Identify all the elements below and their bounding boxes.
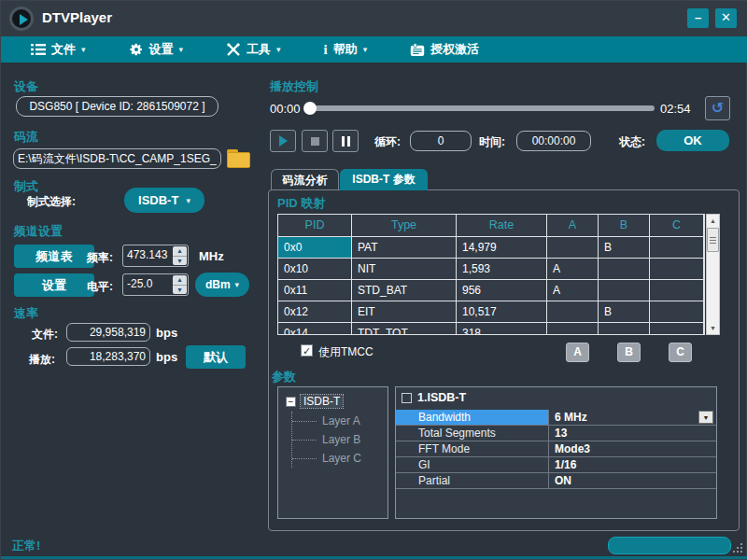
menu-settings[interactable]: 设置 ▾	[129, 41, 184, 58]
chevron-down-icon: ▾	[186, 196, 190, 205]
table-row[interactable]: 0x0 PAT 14,979 B	[278, 237, 704, 259]
spin-down-icon[interactable]: ▼	[173, 286, 187, 295]
wrench-icon	[226, 42, 241, 57]
spin-down-icon[interactable]: ▼	[173, 257, 187, 266]
standard-dropdown[interactable]: ISDB-T ▾	[124, 188, 204, 213]
scroll-up-icon[interactable]: ▲	[707, 217, 719, 224]
file-rate-field[interactable]: 29,958,319	[66, 323, 150, 342]
pid-table: PID Type Rate A B C 0x0 PAT 14,979 B 0x1…	[277, 214, 705, 335]
menu-license[interactable]: 授权激活	[410, 41, 479, 58]
chevron-down-icon: ▾	[276, 45, 281, 54]
chevron-down-icon: ▾	[235, 280, 240, 289]
close-button[interactable]: ✕	[715, 8, 737, 28]
table-row[interactable]: 0x14 TDT_TOT 318	[278, 323, 704, 335]
play-rate-unit: bps	[156, 350, 177, 364]
play-rate-field[interactable]: 18,283,370	[66, 347, 150, 366]
license-doc-icon	[410, 43, 425, 57]
params-tree: − ISDB-T Layer A Layer B Layer C	[277, 386, 388, 519]
gear-icon	[129, 42, 144, 57]
stream-path-input[interactable]: E:\码流文件\ISDB-T\CC_CAMP_1SEG_	[13, 148, 221, 169]
device-section-label: 设备	[14, 78, 38, 95]
progress-bar	[608, 537, 731, 554]
property-grid: 1.ISDB-T Bandwidth 6 MHz ▼ Total Segment…	[395, 386, 717, 519]
pid-table-header: PID Type Rate A B C	[278, 215, 704, 237]
tab-isdbt-params[interactable]: ISDB-T 参数	[340, 169, 428, 190]
table-scrollbar[interactable]: ▲ ▼	[706, 214, 720, 335]
status-label: 状态:	[619, 134, 645, 150]
chevron-down-icon: ▾	[179, 45, 184, 54]
tree-node-layer-c[interactable]: Layer C	[292, 449, 361, 468]
spin-up-icon[interactable]: ▲	[173, 275, 187, 286]
table-row[interactable]: 0x11 STD_BAT 956 A	[278, 280, 704, 301]
seek-slider[interactable]	[305, 105, 655, 111]
menu-tools[interactable]: 工具 ▾	[226, 41, 281, 58]
property-row[interactable]: Bandwidth 6 MHz ▼	[396, 410, 716, 426]
property-row[interactable]: GI 1/16	[396, 457, 716, 473]
spin-up-icon[interactable]: ▲	[173, 246, 187, 257]
pause-button[interactable]	[332, 130, 359, 152]
frequency-unit: MHz	[199, 249, 224, 263]
slider-thumb[interactable]	[303, 102, 317, 115]
tmcc-label: 使用TMCC	[318, 344, 374, 360]
header-checkbox[interactable]	[402, 393, 412, 403]
replay-button[interactable]: ↺	[705, 96, 730, 120]
tree-node-root[interactable]: − ISDB-T	[286, 395, 343, 408]
time-label: 时间:	[479, 134, 505, 150]
loop-count-field[interactable]: 0	[410, 131, 472, 151]
time-end: 02:54	[660, 102, 691, 116]
pid-section-label: PID 映射	[277, 195, 325, 212]
layer-c-button[interactable]: C	[669, 343, 692, 362]
property-row[interactable]: Partial ON	[396, 473, 716, 489]
scroll-down-icon[interactable]: ▼	[707, 325, 719, 331]
level-spinbox[interactable]: -25.0 ▲ ▼	[122, 273, 189, 296]
layer-b-button[interactable]: B	[617, 343, 641, 362]
menu-bar: 文件 ▾ 设置 ▾ 工具 ▾ i 帮助 ▾ 授权激活	[1, 36, 747, 63]
standard-select-label: 制式选择:	[27, 194, 76, 210]
time-start: 00:00	[270, 102, 301, 116]
property-row[interactable]: Total Segments 13	[396, 426, 716, 441]
app-logo-icon	[9, 7, 34, 31]
play-rate-label: 播放:	[29, 352, 55, 368]
play-button[interactable]	[270, 130, 296, 152]
browse-folder-button[interactable]	[227, 149, 250, 168]
default-button[interactable]: 默认	[186, 345, 246, 369]
playback-section-label: 播放控制	[270, 78, 318, 95]
list-icon	[31, 43, 46, 56]
scrollbar-thumb[interactable]	[707, 228, 719, 252]
property-grid-header[interactable]: 1.ISDB-T	[402, 391, 466, 404]
loop-label: 循环:	[374, 134, 401, 150]
resize-grip[interactable]	[732, 543, 743, 554]
channel-section-label: 频道设置	[14, 223, 63, 240]
chevron-down-icon: ▾	[363, 45, 368, 54]
set-button[interactable]: 设置	[14, 273, 94, 297]
table-row[interactable]: 0x12 EIT 10,517 B	[278, 301, 704, 323]
selected-cell[interactable]: 0x0	[278, 237, 352, 259]
minimize-button[interactable]: –	[687, 8, 709, 28]
level-unit-dropdown[interactable]: dBm ▾	[195, 273, 249, 297]
tree-node-layer-b[interactable]: Layer B	[292, 430, 361, 449]
menu-file[interactable]: 文件 ▾	[31, 41, 86, 58]
property-row[interactable]: FFT Mode Mode3	[396, 441, 716, 457]
rate-section-label: 速率	[14, 305, 38, 322]
status-badge: OK	[656, 130, 729, 151]
table-row[interactable]: 0x10 NIT 1,593 A	[278, 259, 704, 280]
channel-table-button[interactable]: 频道表	[14, 245, 94, 268]
play-icon	[279, 135, 288, 147]
window-bottom-border	[1, 556, 747, 559]
collapse-minus-icon[interactable]: −	[286, 397, 296, 407]
frequency-spinbox[interactable]: 473.143 ▲ ▼	[122, 245, 189, 267]
layer-a-button[interactable]: A	[566, 343, 589, 362]
pause-icon	[342, 136, 350, 147]
stop-icon	[311, 137, 319, 146]
value-dropdown-button[interactable]: ▼	[698, 411, 713, 424]
elapsed-time-field[interactable]: 00:00:00	[516, 131, 591, 151]
stop-button[interactable]	[302, 130, 328, 152]
tab-stream-analysis[interactable]: 码流分析	[271, 169, 339, 190]
status-message: 正常!	[12, 538, 40, 554]
device-combo[interactable]: DSG850 [ Device ID: 2861509072 ]	[16, 96, 218, 117]
tree-node-layer-a[interactable]: Layer A	[292, 412, 361, 430]
tmcc-checkbox[interactable]: ✓	[301, 344, 313, 357]
level-label: 电平:	[87, 279, 113, 295]
menu-help[interactable]: i 帮助 ▾	[324, 41, 368, 58]
stream-section-label: 码流	[14, 129, 38, 146]
